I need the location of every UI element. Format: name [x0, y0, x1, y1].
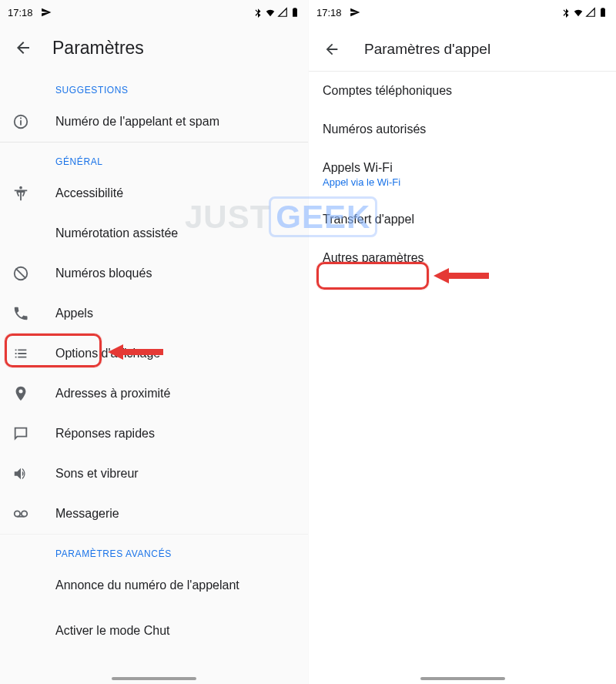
back-button[interactable] [12, 37, 34, 59]
item-label: Sons et vibreur [55, 467, 139, 481]
chat-icon [12, 425, 55, 442]
screen-call-settings: 17:18 Paramètres d'appel [308, 0, 616, 684]
item-caller-announce[interactable]: Annonce du numéro de l'appelant [0, 565, 308, 605]
item-call-forwarding[interactable]: Transfert d'appel [309, 200, 616, 239]
item-nearby-places[interactable]: Adresses à proximité [0, 374, 308, 414]
item-calling-accounts[interactable]: Comptes téléphoniques [309, 72, 616, 110]
phone-icon [12, 305, 55, 322]
item-label: Annonce du numéro de l'appelant [55, 578, 239, 592]
item-label: Activer le mode Chut [55, 624, 170, 638]
item-label: Transfert d'appel [323, 213, 602, 226]
item-quick-responses[interactable]: Réponses rapides [0, 414, 308, 454]
battery-icon [290, 7, 300, 18]
volume-icon [12, 465, 55, 482]
item-label: Numéros bloqués [55, 267, 152, 280]
bluetooth-icon [561, 7, 571, 18]
send-icon [41, 7, 52, 18]
item-wifi-calling[interactable]: Appels Wi-Fi Appel via le Wi-Fi [309, 149, 616, 200]
item-label: Comptes téléphoniques [323, 84, 602, 98]
signal-icon [277, 7, 288, 18]
status-bar: 17:18 [309, 0, 616, 22]
item-assisted-dialing[interactable]: Numérotation assistée [0, 213, 308, 253]
item-label: Numéro de l'appelant et spam [55, 115, 219, 129]
status-bar: 17:18 [0, 0, 308, 22]
item-label: Options d'affichage [55, 347, 160, 360]
section-advanced: PARAMÈTRES AVANCÉS [0, 535, 308, 565]
app-bar: Paramètres [0, 22, 308, 71]
item-label: Appels Wi-Fi [323, 161, 602, 175]
item-accessibility[interactable]: Accessibilité [0, 173, 308, 213]
item-subtext: Appel via le Wi-Fi [323, 176, 602, 188]
item-display-options[interactable]: Options d'affichage [0, 334, 308, 374]
section-suggestions: SUGGESTIONS [0, 71, 308, 102]
home-indicator[interactable] [420, 677, 505, 680]
status-time: 17:18 [316, 7, 342, 18]
section-general: GÉNÉRAL [0, 142, 308, 173]
battery-icon [598, 7, 608, 18]
svg-line-5 [16, 269, 26, 279]
location-icon [12, 385, 55, 402]
app-bar: Paramètres d'appel [309, 22, 616, 71]
item-blocked-numbers[interactable]: Numéros bloqués [0, 253, 308, 293]
item-label: Numérotation assistée [55, 226, 178, 240]
item-label: Autres paramètres [323, 251, 602, 265]
svg-point-7 [22, 511, 27, 516]
item-fixed-dialing[interactable]: Numéros autorisés [309, 110, 616, 149]
accessibility-icon [12, 185, 55, 202]
voicemail-icon [12, 505, 55, 522]
wifi-icon [573, 7, 584, 18]
block-icon [12, 265, 55, 282]
item-caller-id-spam[interactable]: Numéro de l'appelant et spam [0, 102, 308, 142]
svg-point-6 [15, 511, 20, 516]
list-icon [12, 345, 55, 362]
home-indicator[interactable] [112, 677, 196, 680]
signal-icon [585, 7, 596, 18]
page-title: Paramètres [52, 38, 144, 59]
item-sounds-vibration[interactable]: Sons et vibreur [0, 454, 308, 494]
item-label: Appels [55, 307, 93, 320]
item-voicemail[interactable]: Messagerie [0, 494, 308, 534]
item-label: Numéros autorisés [323, 122, 602, 136]
item-calls[interactable]: Appels [0, 293, 308, 334]
svg-rect-2 [20, 118, 22, 119]
svg-rect-1 [20, 120, 22, 125]
wifi-icon [265, 7, 276, 18]
item-label: Accessibilité [55, 186, 123, 200]
item-label: Réponses rapides [55, 427, 155, 441]
send-icon [350, 7, 360, 18]
status-time: 17:18 [8, 7, 33, 18]
bluetooth-icon [253, 7, 263, 18]
back-button[interactable] [321, 39, 343, 60]
screen-settings: 17:18 Paramètres SUGGESTIONS [0, 0, 308, 684]
item-label: Messagerie [55, 507, 119, 521]
svg-point-3 [19, 186, 22, 189]
item-additional-settings[interactable]: Autres paramètres [309, 239, 616, 277]
page-title: Paramètres d'appel [364, 41, 490, 58]
info-icon [12, 113, 55, 130]
item-label: Adresses à proximité [55, 387, 170, 401]
item-flip-silence[interactable]: Activer le mode Chut [0, 605, 308, 645]
